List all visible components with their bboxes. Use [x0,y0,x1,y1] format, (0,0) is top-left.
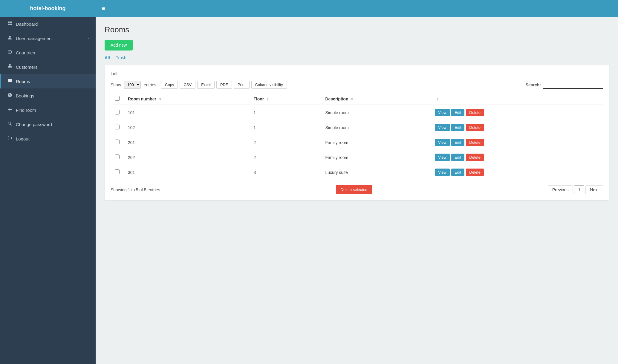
row-checkbox-cell [111,120,124,135]
countries-icon [7,50,12,56]
table-controls: Show 102550100 entries CopyCSVExcelPDFPr… [111,81,603,89]
btn-excel[interactable]: Excel [197,81,215,89]
delete-button-4[interactable]: Delete [466,154,484,161]
previous-button[interactable]: Previous [548,185,573,194]
col-actions: ⇕ [431,93,603,105]
header-row: Room number ⇕ Floor ⇕ Description ⇕ ⇕ [111,93,603,105]
row-checkbox-4[interactable] [115,155,120,159]
chevron-icon: ‹ [88,36,89,40]
delete-button-2[interactable]: Delete [466,124,484,131]
cell-room-number-5: 301 [124,165,249,180]
hamburger-icon[interactable]: ≡ [102,5,105,12]
entries-select[interactable]: 102550100 [124,81,141,89]
cell-floor-3: 2 [249,135,321,150]
sidebar-item-customers[interactable]: Customers [0,60,96,74]
btn-csv[interactable]: CSV [180,81,195,89]
sidebar-item-dashboard[interactable]: Dashboard [0,17,96,31]
table-row: 202 2 Family room View Edit Delete [111,150,603,165]
sidebar-item-label-dashboard: Dashboard [16,22,38,27]
sidebar-item-label-rooms: Rooms [16,79,30,84]
sort-room-number-icon: ⇕ [159,97,161,101]
actions-cell-5: View Edit Delete [435,169,599,176]
col-description[interactable]: Description ⇕ [321,93,431,105]
sidebar-item-label-countries: Countries [16,50,35,55]
view-button-1[interactable]: View [435,109,450,116]
col-floor[interactable]: Floor ⇕ [249,93,321,105]
cell-actions-1: View Edit Delete [431,105,603,120]
row-checkbox-2[interactable] [115,125,120,129]
view-button-4[interactable]: View [435,154,450,161]
select-all-checkbox[interactable] [115,96,120,101]
sort-description-icon: ⇕ [351,97,353,101]
delete-button-5[interactable]: Delete [466,169,484,176]
table-row: 301 3 Luxury suite View Edit Delete [111,165,603,180]
cell-description-3: Family room [321,135,431,150]
search-area: Search: [526,81,603,89]
cell-floor-2: 1 [249,120,321,135]
showing-text: Showing 1 to 5 of 5 entries [111,187,160,192]
sidebar-item-logout[interactable]: Logout [0,131,96,146]
show-label: Show [111,82,121,87]
sidebar-item-label-logout: Logout [16,136,30,141]
svg-point-2 [8,122,10,124]
table-row: 101 1 Simple room View Edit Delete [111,105,603,120]
user-management-icon [7,35,12,41]
view-button-3[interactable]: View [435,139,450,146]
delete-selected-button[interactable]: Delete selected [336,185,372,194]
filter-links: All | Trash [105,55,609,60]
sidebar-item-label-change-password: Change password [16,122,52,127]
view-button-2[interactable]: View [435,124,450,131]
row-checkbox-cell [111,165,124,180]
cell-room-number-4: 202 [124,150,249,165]
cell-description-4: Family room [321,150,431,165]
search-label: Search: [526,82,541,87]
sidebar-item-change-password[interactable]: Change password [0,117,96,131]
next-button[interactable]: Next [585,185,603,194]
brand-logo: hotel-booking [0,5,96,12]
filter-all-link[interactable]: All [105,55,110,60]
actions-cell-3: View Edit Delete [435,139,599,146]
entries-label: entries [144,82,156,87]
row-checkbox-5[interactable] [115,169,120,174]
filter-trash-link[interactable]: Trash [116,55,126,60]
logout-icon [7,136,12,142]
sidebar-item-countries[interactable]: Countries [0,45,96,60]
rooms-table: Room number ⇕ Floor ⇕ Description ⇕ ⇕ [111,93,603,180]
customers-icon [7,64,12,70]
edit-button-3[interactable]: Edit [451,139,464,146]
btn-column-visibility[interactable]: Column visibility [251,81,287,89]
actions-cell-1: View Edit Delete [435,109,599,116]
btn-print[interactable]: Print [234,81,250,89]
btn-copy[interactable]: Copy [161,81,178,89]
sidebar-item-bookings[interactable]: Bookings [0,88,96,103]
add-new-button[interactable]: Add new [105,40,133,51]
cell-floor-5: 3 [249,165,321,180]
row-checkbox-3[interactable] [115,140,120,144]
edit-button-2[interactable]: Edit [451,124,464,131]
cell-room-number-3: 201 [124,135,249,150]
sidebar-item-find-room[interactable]: Find room [0,103,96,117]
bookings-icon [7,93,12,99]
search-input[interactable] [543,81,603,89]
cell-room-number-1: 101 [124,105,249,120]
view-button-5[interactable]: View [435,169,450,176]
delete-button-3[interactable]: Delete [466,139,484,146]
sort-actions-icon: ⇕ [436,97,439,101]
dashboard-icon [7,21,12,27]
sidebar-item-rooms[interactable]: Rooms [0,74,96,88]
sidebar-item-label-find-room: Find room [16,108,36,113]
cell-actions-4: View Edit Delete [431,150,603,165]
edit-button-5[interactable]: Edit [451,169,464,176]
actions-cell-2: View Edit Delete [435,124,599,131]
edit-button-1[interactable]: Edit [451,109,464,116]
delete-button-1[interactable]: Delete [466,109,484,116]
layout: Dashboard User management ‹ Countries Cu… [0,17,618,364]
table-body: 101 1 Simple room View Edit Delete 102 1… [111,105,603,180]
btn-pdf[interactable]: PDF [216,81,232,89]
row-checkbox-1[interactable] [115,110,120,114]
sidebar-item-user-management[interactable]: User management ‹ [0,31,96,45]
actions-cell-4: View Edit Delete [435,154,599,161]
row-checkbox-cell [111,135,124,150]
edit-button-4[interactable]: Edit [451,154,464,161]
col-room-number[interactable]: Room number ⇕ [124,93,249,105]
